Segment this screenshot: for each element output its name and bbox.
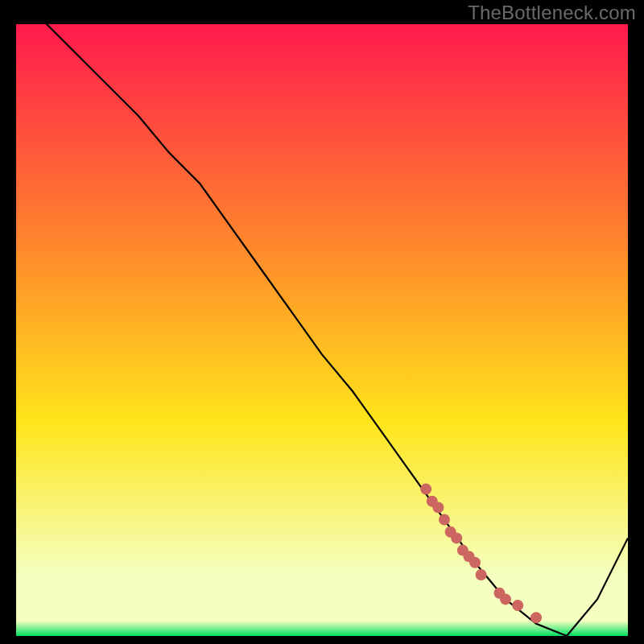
gradient-background: [16, 24, 628, 636]
data-marker: [530, 612, 542, 623]
watermark-text: TheBottleneck.com: [468, 2, 636, 24]
plot-area: [16, 24, 628, 636]
data-marker: [476, 569, 487, 580]
chart-container: TheBottleneck.com: [0, 0, 644, 644]
chart-svg: [16, 24, 628, 636]
data-marker: [420, 484, 431, 495]
data-marker: [432, 502, 444, 513]
data-marker: [512, 600, 523, 611]
data-marker: [451, 532, 462, 543]
data-marker: [500, 593, 511, 605]
data-marker: [439, 514, 450, 526]
data-marker: [469, 557, 481, 568]
